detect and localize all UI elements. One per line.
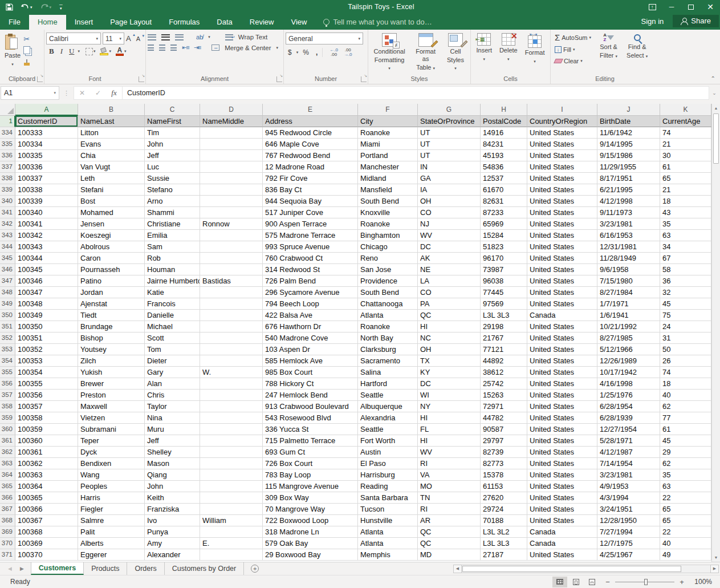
cell-K355[interactable]: 74 — [660, 367, 711, 378]
cell-K351[interactable]: 24 — [660, 321, 711, 332]
cell-E365[interactable]: 115 Mangrove Avenue — [263, 481, 358, 492]
wrap-text-icon[interactable] — [225, 34, 233, 40]
cell-B358[interactable]: Maxwell — [78, 401, 145, 412]
percent-style-icon[interactable]: % — [300, 48, 311, 57]
cell-F346[interactable]: San Jose — [358, 264, 418, 275]
cell-F344[interactable]: Chicago — [358, 241, 418, 253]
cell-K347[interactable]: 36 — [660, 275, 711, 287]
cell-A368[interactable]: 100367 — [15, 515, 78, 526]
cell-B343[interactable]: Koeszegi — [78, 230, 145, 241]
conditional-formatting-button[interactable]: ≠ Conditional Formatting ▾ — [370, 31, 409, 74]
cell-E351[interactable]: 676 Hawthorn Dr — [263, 321, 358, 332]
cell-C354[interactable]: Dieter — [145, 355, 200, 367]
cell-E350[interactable]: 422 Balsa Ave — [263, 310, 358, 321]
cell-B345[interactable]: Caron — [78, 253, 145, 264]
cell-A335[interactable]: 100334 — [15, 139, 78, 150]
cell-I354[interactable]: United States — [527, 355, 597, 367]
row-header-359[interactable]: 359 — [0, 412, 15, 424]
zoom-in-icon[interactable]: + — [679, 578, 685, 586]
undo-dropdown-arrow[interactable]: ▾ — [30, 5, 32, 9]
cell-K345[interactable]: 67 — [660, 253, 711, 264]
cell-J367[interactable]: 3/24/1951 — [597, 504, 660, 515]
cell-G334[interactable]: UT — [418, 127, 481, 139]
cell-I344[interactable]: United States — [527, 241, 597, 253]
cell-J368[interactable]: 12/28/1950 — [597, 515, 660, 526]
cell-F348[interactable]: South Bend — [358, 287, 418, 298]
ribbon-tab-page-layout[interactable]: Page Layout — [101, 15, 160, 30]
row-header-341[interactable]: 341 — [0, 207, 15, 218]
cell-E336[interactable]: 767 Redwood Bend — [263, 150, 358, 161]
cell-B354[interactable]: Zilch — [78, 355, 145, 367]
insert-function-icon[interactable]: fx — [106, 88, 122, 98]
cell-styles-button[interactable]: Cell Styles ▾ — [442, 31, 469, 74]
cell-G352[interactable]: NC — [418, 332, 481, 344]
cell-C1[interactable]: NameFirst — [145, 116, 200, 127]
cell-J336[interactable]: 9/15/1986 — [597, 150, 660, 161]
cell-H351[interactable]: 29198 — [481, 321, 527, 332]
row-header-336[interactable]: 336 — [0, 150, 15, 161]
cell-D348[interactable] — [200, 287, 263, 298]
ribbon-tab-file[interactable]: File — [0, 15, 29, 30]
cell-J338[interactable]: 8/17/1951 — [597, 173, 660, 184]
cell-F360[interactable]: Seattle — [358, 424, 418, 435]
underline-button[interactable]: U — [66, 46, 77, 56]
cell-F366[interactable]: Santa Barbara — [358, 492, 418, 504]
cell-H352[interactable]: 21767 — [481, 332, 527, 344]
cell-H367[interactable]: 29724 — [481, 504, 527, 515]
cell-H334[interactable]: 14916 — [481, 127, 527, 139]
row-header-357[interactable]: 357 — [0, 390, 15, 401]
cell-E334[interactable]: 945 Redwood Circle — [263, 127, 358, 139]
cell-K342[interactable]: 35 — [660, 218, 711, 230]
cell-F354[interactable]: Sacramento — [358, 355, 418, 367]
underline-dropdown-arrow[interactable]: ▾ — [78, 49, 80, 54]
cell-F355[interactable]: Salina — [358, 367, 418, 378]
page-layout-view-button[interactable] — [568, 577, 583, 587]
cell-H359[interactable]: 44782 — [481, 412, 527, 424]
cell-A349[interactable]: 100348 — [15, 298, 78, 310]
cell-A348[interactable]: 100347 — [15, 287, 78, 298]
cell-D358[interactable] — [200, 401, 263, 412]
cell-G365[interactable]: MO — [418, 481, 481, 492]
cell-C343[interactable]: Emilia — [145, 230, 200, 241]
cell-K341[interactable]: 43 — [660, 207, 711, 218]
cell-A345[interactable]: 100344 — [15, 253, 78, 264]
sign-in-link[interactable]: Sign in — [634, 15, 671, 27]
row-header-362[interactable]: 362 — [0, 447, 15, 458]
cell-A347[interactable]: 100346 — [15, 275, 78, 287]
column-header-E[interactable]: E — [263, 104, 358, 116]
cell-D347[interactable]: Bastidas — [200, 275, 263, 287]
cell-A369[interactable]: 100368 — [15, 526, 78, 538]
scroll-left-icon[interactable]: ◀ — [453, 565, 462, 573]
cell-D344[interactable] — [200, 241, 263, 253]
cell-K361[interactable]: 45 — [660, 435, 711, 447]
cell-E346[interactable]: 314 Redwood St — [263, 264, 358, 275]
row-header-1[interactable]: 1 — [0, 116, 15, 127]
cell-F367[interactable]: Tucson — [358, 504, 418, 515]
cell-G358[interactable]: NY — [418, 401, 481, 412]
cell-E354[interactable]: 585 Hemlock Ave — [263, 355, 358, 367]
cell-I359[interactable]: United States — [527, 412, 597, 424]
row-header-353[interactable]: 353 — [0, 344, 15, 355]
orientation-icon[interactable]: ab̸ — [196, 34, 203, 40]
cell-A360[interactable]: 100359 — [15, 424, 78, 435]
cell-D337[interactable] — [200, 161, 263, 173]
cell-E347[interactable]: 726 Palm Bend — [263, 275, 358, 287]
cell-C346[interactable]: Houman — [145, 264, 200, 275]
cell-J341[interactable]: 9/11/1973 — [597, 207, 660, 218]
scroll-down-icon[interactable]: ▼ — [712, 553, 720, 562]
cell-D341[interactable] — [200, 207, 263, 218]
cell-C368[interactable]: Ivo — [145, 515, 200, 526]
cell-K362[interactable]: 29 — [660, 447, 711, 458]
cell-H366[interactable]: 27620 — [481, 492, 527, 504]
cell-K350[interactable]: 75 — [660, 310, 711, 321]
cell-J344[interactable]: 12/31/1981 — [597, 241, 660, 253]
column-header-H[interactable]: H — [481, 104, 527, 116]
cell-G363[interactable]: RI — [418, 458, 481, 469]
cell-J358[interactable]: 6/28/1954 — [597, 401, 660, 412]
ribbon-tab-insert[interactable]: Insert — [66, 15, 102, 30]
cell-D369[interactable] — [200, 526, 263, 538]
cell-G364[interactable]: VA — [418, 469, 481, 481]
cell-A346[interactable]: 100345 — [15, 264, 78, 275]
font-dialog-launcher-icon[interactable] — [139, 76, 144, 82]
row-header-347[interactable]: 347 — [0, 275, 15, 287]
